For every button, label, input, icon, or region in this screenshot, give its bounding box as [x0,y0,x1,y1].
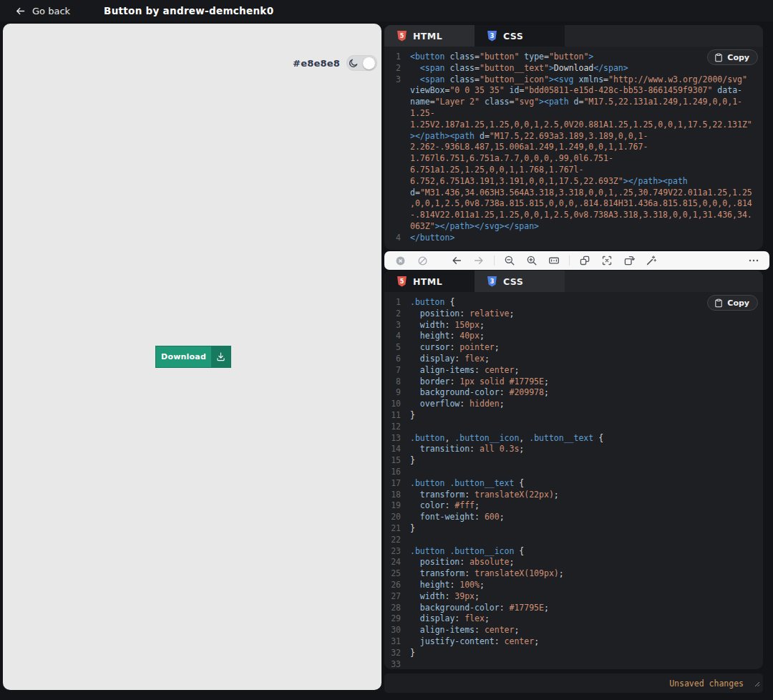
canvas-toolbar [384,251,769,270]
code-line: 24 position: absolute; [384,557,763,568]
code-line: 14 transition: all 0.3s; [384,444,763,455]
code-line: 22 [384,535,763,546]
go-back-label: Go back [32,6,70,16]
toggle-knob [363,57,375,69]
download-demo-button[interactable]: Download [155,346,231,368]
code-editor-css[interactable]: Copy 1.button {2 position: relative;3 wi… [384,292,763,669]
tab-label: HTML [413,276,442,287]
ellipsis-icon[interactable] [747,253,761,268]
code-line: 6 display: flex; [384,354,763,365]
unsaved-changes-label: Unsaved changes [669,679,744,689]
download-button-label: Download [156,346,211,367]
zoom-in-icon[interactable] [525,253,539,268]
code-line: 9 background-color: #209978; [384,387,763,399]
preview-canvas: #e8e8e8 Download [3,24,381,690]
code-line: 21} [384,523,763,535]
html5-icon: 5 [397,31,407,42]
tab-css[interactable]: 3CSS [475,25,565,47]
background-hex-label: #e8e8e8 [293,58,340,69]
code-line: 7 align-items: center; [384,365,763,376]
css3-icon: 3 [487,31,497,42]
code-line: 2 position: relative; [384,308,763,320]
theme-toggle[interactable] [346,55,377,71]
code-line: 5 cursor: pointer; [384,342,763,354]
code-line: 13.button, .button__icon, .button__text … [384,433,763,444]
clipboard-icon [714,298,723,308]
code-line: 26 height: 100%; [384,580,763,591]
code-line: 8 border: 1px solid #17795E; [384,376,763,388]
zoom-out-icon[interactable] [502,253,517,268]
html-code-panel: 5HTML3CSS Copy 1<button class="button" t… [384,25,763,250]
overlap-squares-icon[interactable] [578,253,592,268]
css3-icon: 3 [487,276,497,287]
rotate-icon[interactable] [622,253,636,268]
toolbar-divider [569,256,570,266]
code-line: 3 width: 150px; [384,320,763,331]
code-line: 25 transform: translateX(109px); [384,568,763,580]
tab-label: CSS [503,31,523,42]
tab-bar: 5HTML3CSS [384,25,763,47]
focus-target-icon[interactable] [600,253,614,268]
css-code-panel: 5HTML3CSS Copy 1.button {2 position: rel… [384,271,763,669]
tab-html[interactable]: 5HTML [384,25,475,47]
copy-html-button[interactable]: Copy [707,49,758,65]
code-line: 12 [384,422,763,433]
tab-bar: 5HTML3CSS [384,271,763,292]
code-line: 31 justify-content: center; [384,636,763,648]
code-line: 17.button .button__text { [384,478,763,490]
tab-css[interactable]: 3CSS [475,271,565,292]
code-line: 10 overflow: hidden; [384,399,763,410]
code-line: 15} [384,455,763,467]
code-line: 27 width: 39px; [384,591,763,603]
code-line: 1.button { [384,297,763,308]
code-line: 3 <span class="button__icon"><svg xmlns=… [384,74,763,233]
page-title: Button by andrew-demchenk0 [104,5,273,16]
code-line: 4</button> [384,233,763,244]
copy-label: Copy [727,298,749,308]
code-line: 23.button .button__icon { [384,546,763,558]
code-line: 18 transform: translateX(22px); [384,490,763,501]
code-line: 29 display: flex; [384,613,763,625]
code-line: 16 [384,467,763,478]
code-line: 33 [384,659,763,670]
top-bar: Go back Button by andrew-demchenk0 [0,0,773,21]
tab-label: CSS [503,276,523,287]
circle-slash-icon[interactable] [415,253,429,268]
clipboard-icon [714,53,723,62]
code-line: 4 height: 40px; [384,331,763,342]
back-arrow-icon [15,6,26,16]
copy-css-button[interactable]: Copy [707,295,758,311]
code-line: 30 align-items: center; [384,625,763,636]
moon-icon [349,58,359,68]
resize-handle[interactable] [754,676,760,690]
download-tray-icon [211,346,230,367]
code-line: 1<button class="button" type="button"> [384,52,763,63]
status-bar: Unsaved changes [384,674,763,693]
frame-size-icon[interactable] [547,253,561,268]
go-back-button[interactable]: Go back [11,5,74,17]
code-editor-html[interactable]: Copy 1<button class="button" type="butto… [384,47,763,250]
code-line: 28 background-color: #17795E; [384,603,763,614]
toolbar-divider [494,256,495,266]
arrow-left-icon[interactable] [449,253,464,268]
code-line: 19 color: #fff; [384,500,763,512]
circle-x-icon[interactable] [393,253,407,268]
code-line: 32} [384,648,763,659]
code-line: 20 font-weight: 600; [384,512,763,523]
tab-label: HTML [413,31,442,42]
code-line: 11} [384,410,763,422]
tab-html[interactable]: 5HTML [384,271,475,292]
magic-wand-icon[interactable] [644,253,658,268]
copy-label: Copy [727,53,749,62]
html5-icon: 5 [397,276,407,287]
arrow-right-icon[interactable] [472,253,486,268]
code-line: 2 <span class="button__text">Download</s… [384,63,763,74]
